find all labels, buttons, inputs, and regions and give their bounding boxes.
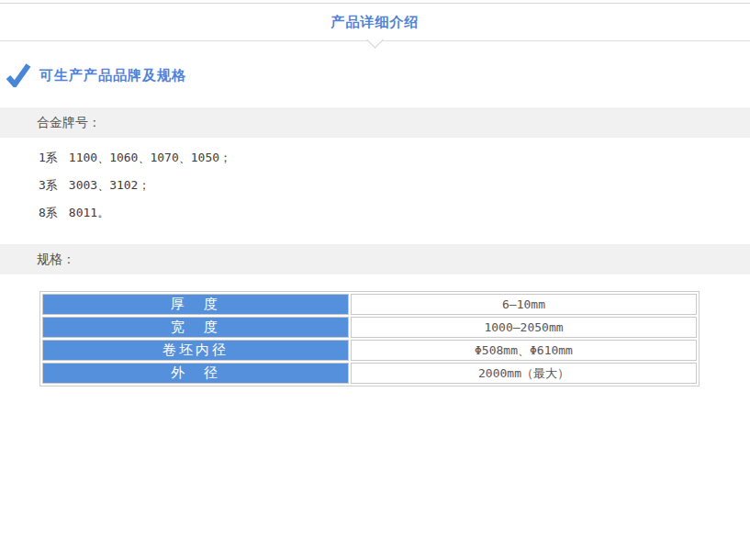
alloy-series-values: 3003、3102； [69, 178, 151, 192]
section-header: 可生产产品品牌及规格 [6, 63, 750, 87]
spec-table: 厚 度 6—10mm 宽 度 1000—2050mm 卷坯内径 Φ508mm、Φ… [39, 291, 700, 386]
spec-value-width: 1000—2050mm [351, 317, 697, 338]
spec-heading-label: 规格： [37, 252, 75, 266]
page-title: 产品详细介绍 [331, 14, 420, 31]
spec-label-outer-diameter: 外 径 [42, 363, 349, 384]
table-row: 厚 度 6—10mm [42, 294, 697, 315]
alloy-heading-bar: 合金牌号： [0, 107, 750, 138]
table-row: 宽 度 1000—2050mm [42, 317, 697, 338]
spec-label-coil-inner-diameter: 卷坯内径 [42, 340, 349, 361]
table-row: 外 径 2000mm（最大） [42, 363, 697, 384]
alloy-line-1: 1系1100、1060、1070、1050； [39, 144, 750, 172]
alloy-heading-label: 合金牌号： [37, 115, 101, 129]
alloy-line-3: 8系8011。 [39, 199, 750, 227]
alloy-list: 1系1100、1060、1070、1050； 3系3003、3102； 8系80… [0, 144, 750, 227]
alloy-line-2: 3系3003、3102； [39, 172, 750, 199]
spec-value-outer-diameter: 2000mm（最大） [351, 363, 697, 384]
spec-label-width: 宽 度 [42, 317, 349, 338]
alloy-series-label: 3系 [39, 178, 58, 192]
spec-value-thickness: 6—10mm [351, 294, 697, 315]
alloy-series-values: 1100、1060、1070、1050； [69, 151, 231, 164]
product-detail-page: 产品详细介绍 可生产产品品牌及规格 合金牌号： 1系1100、1060、1070… [0, 0, 750, 560]
check-icon [6, 63, 31, 87]
section-title: 可生产产品品牌及规格 [39, 67, 186, 84]
table-row: 卷坯内径 Φ508mm、Φ610mm [42, 340, 697, 361]
spec-value-coil-inner-diameter: Φ508mm、Φ610mm [351, 340, 697, 361]
alloy-series-label: 8系 [39, 206, 58, 219]
alloy-series-label: 1系 [39, 151, 58, 164]
spec-heading-bar: 规格： [0, 244, 750, 274]
spec-label-thickness: 厚 度 [42, 294, 349, 315]
alloy-series-values: 8011。 [69, 206, 109, 219]
